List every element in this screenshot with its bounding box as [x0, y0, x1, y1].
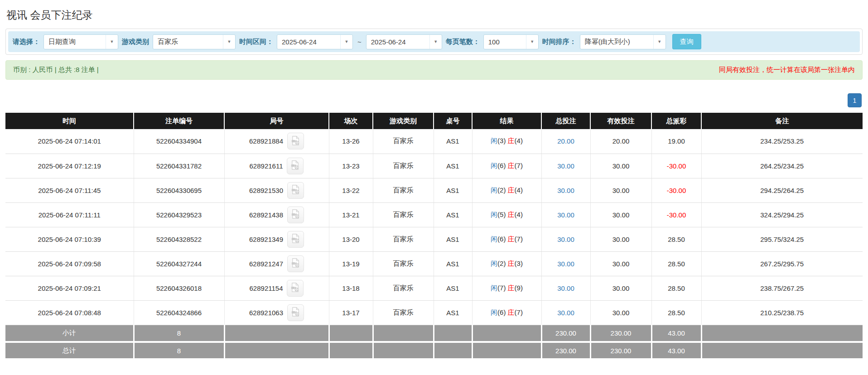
- round-id-cell: 628921154: [224, 276, 329, 300]
- banker-result-value: (4): [515, 186, 523, 194]
- video-file-icon: [290, 184, 301, 196]
- summary-empty-cell: [472, 342, 541, 359]
- video-file-icon: [290, 233, 301, 245]
- round-id-value: 628921611: [250, 162, 283, 170]
- total-bet-link[interactable]: 30.00: [557, 211, 574, 219]
- remark-cell: 267.25/295.75: [701, 251, 863, 276]
- total-bet-link[interactable]: 30.00: [557, 284, 574, 292]
- summary-payout-cell: 43.00: [651, 342, 701, 359]
- banker-result-label: 庄: [508, 137, 515, 144]
- video-replay-button[interactable]: [287, 133, 304, 149]
- game-type-value: 百家乐: [153, 38, 183, 46]
- round-id-wrap: 628921438: [225, 207, 329, 223]
- round-id-value: 628921154: [250, 284, 283, 292]
- banker-result-label: 庄: [508, 186, 515, 194]
- round-id-cell: 628921530: [224, 178, 329, 202]
- summary-empty-cell: [329, 342, 373, 359]
- summary-row: 小计8230.00230.0043.00: [5, 325, 863, 342]
- round-id-value: 628921063: [249, 309, 283, 317]
- table-row: 2025-06-24 07:08:48522604324866628921063…: [5, 300, 863, 325]
- round-id-value: 628921884: [249, 137, 283, 145]
- total-bet-link[interactable]: 20.00: [557, 137, 574, 145]
- summary-row: 总计8230.00230.0043.00: [5, 342, 863, 359]
- video-file-icon: [290, 258, 301, 269]
- date-from-value: 2025-06-24: [277, 38, 321, 46]
- game-type-select[interactable]: 百家乐 ▼: [153, 34, 236, 49]
- round-id-cell: 628921884: [224, 129, 329, 154]
- video-replay-button[interactable]: [287, 158, 304, 174]
- round-id-cell: 628921349: [224, 227, 329, 251]
- table-no-cell: AS1: [434, 300, 472, 325]
- video-file-icon: [290, 209, 301, 221]
- game-type-cell: 百家乐: [373, 300, 434, 325]
- total-bet-cell: 30.00: [541, 276, 590, 300]
- session-cell: 13-21: [329, 202, 373, 227]
- date-range-separator: ~: [357, 38, 362, 46]
- video-replay-button[interactable]: [287, 304, 304, 321]
- video-file-icon: [290, 160, 300, 172]
- total-bet-link[interactable]: 30.00: [557, 236, 574, 243]
- summary-empty-cell: [373, 325, 434, 342]
- result-cell: 闲(6) 庄(7): [472, 227, 541, 251]
- valid-bet-cell: 30.00: [590, 154, 651, 178]
- banker-result-label: 庄: [508, 162, 515, 169]
- date-to-select[interactable]: 2025-06-24 ▼: [366, 34, 442, 49]
- time-sort-select[interactable]: 降幂(由大到小) ▼: [580, 34, 666, 49]
- round-id-cell: 628921438: [224, 202, 329, 227]
- summary-count-cell: 8: [134, 325, 224, 342]
- total-bet-link[interactable]: 30.00: [557, 309, 574, 317]
- player-result-label: 闲: [491, 211, 497, 218]
- valid-bet-cell: 30.00: [590, 276, 651, 300]
- payout-cell: 28.50: [651, 300, 701, 325]
- query-mode-select[interactable]: 日期查询 ▼: [43, 34, 118, 49]
- time-sort-value: 降幂(由大到小): [580, 38, 635, 46]
- notice-text: 同局有效投注，统一计算在该局第一张注单内: [719, 66, 855, 74]
- player-result-label: 闲: [491, 162, 497, 169]
- bet-id-cell: 522604327244: [134, 251, 224, 276]
- table-body: 2025-06-24 07:14:01522604334904628921884…: [5, 129, 863, 325]
- time-cell: 2025-06-24 07:08:48: [5, 300, 134, 325]
- video-replay-button[interactable]: [287, 207, 304, 223]
- date-from-select[interactable]: 2025-06-24 ▼: [277, 34, 353, 49]
- summary-label-cell: 小计: [5, 325, 134, 342]
- remark-cell: 210.25/238.75: [701, 300, 863, 325]
- total-bet-link[interactable]: 30.00: [557, 260, 574, 268]
- player-result-label: 闲: [491, 137, 497, 144]
- video-file-icon: [290, 282, 300, 294]
- summary-empty-cell: [224, 325, 329, 342]
- table-no-cell: AS1: [434, 154, 472, 178]
- table-row: 2025-06-24 07:09:58522604327244628921247…: [5, 251, 863, 276]
- round-id-wrap: 628921884: [225, 133, 329, 149]
- video-replay-button[interactable]: [287, 182, 304, 199]
- remark-cell: 264.25/234.25: [701, 154, 863, 178]
- page-size-value: 100: [484, 38, 504, 46]
- total-bet-link[interactable]: 30.00: [557, 187, 574, 194]
- game-type-label: 游戏类别: [122, 38, 149, 46]
- session-cell: 13-23: [329, 154, 373, 178]
- page-button[interactable]: 1: [848, 93, 862, 107]
- result-cell: 闲(2) 庄(4): [472, 178, 541, 202]
- summary-empty-cell: [701, 342, 863, 359]
- bet-id-cell: 522604330695: [134, 178, 224, 202]
- video-replay-button[interactable]: [287, 280, 304, 297]
- chevron-down-icon: ▼: [223, 35, 235, 49]
- summary-valid-bet-cell: 230.00: [590, 325, 651, 342]
- valid-bet-cell: 30.00: [590, 227, 651, 251]
- total-bet-link[interactable]: 30.00: [557, 162, 574, 170]
- valid-bet-cell: 30.00: [590, 178, 651, 202]
- result-cell: 闲(6) 庄(7): [472, 154, 541, 178]
- player-result-label: 闲: [491, 308, 497, 316]
- query-button[interactable]: 查询: [672, 34, 701, 49]
- player-result-value: (6): [497, 308, 508, 316]
- total-bet-cell: 30.00: [541, 227, 590, 251]
- valid-bet-cell: 30.00: [590, 202, 651, 227]
- page-size-select[interactable]: 100 ▼: [483, 34, 539, 49]
- summary-empty-cell: [701, 325, 863, 342]
- valid-bet-cell: 20.00: [590, 129, 651, 154]
- payout-cell: -30.00: [651, 154, 701, 178]
- player-result-label: 闲: [491, 235, 497, 243]
- video-replay-button[interactable]: [287, 255, 304, 272]
- video-replay-button[interactable]: [287, 231, 304, 248]
- filter-panel: 请选择： 日期查询 ▼ 游戏类别 百家乐 ▼ 时间区间： 2025-06-24 …: [5, 29, 863, 55]
- time-cell: 2025-06-24 07:11:11: [5, 202, 134, 227]
